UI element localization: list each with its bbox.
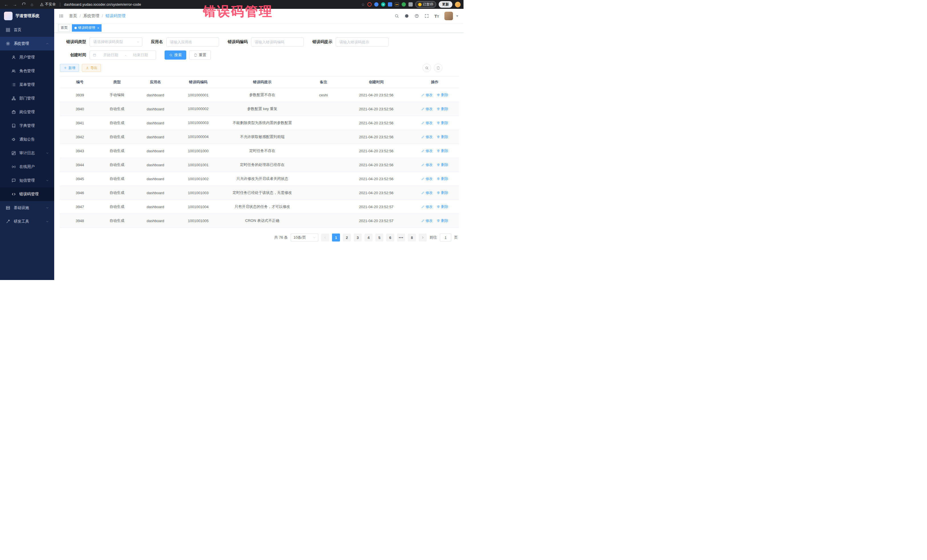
delete-link[interactable]: 删除 [437, 219, 448, 223]
edit-link[interactable]: 修改 [421, 219, 433, 223]
app-logo[interactable]: 芋道管理系统 [0, 9, 54, 23]
user-avatar[interactable] [444, 12, 453, 20]
page-content: 错误码类型 请选择错误码类型 应用名 错误码编码 错误码提示 [54, 33, 464, 280]
sidebar-item-menus[interactable]: 菜单管理 [0, 78, 54, 91]
edit-link[interactable]: 修改 [421, 162, 433, 167]
error-code-input[interactable] [251, 37, 304, 47]
page-button[interactable]: 1 [332, 234, 340, 241]
export-button[interactable]: 导出 [82, 64, 101, 72]
sidebar-item-system[interactable]: 系统管理 [0, 37, 54, 50]
page-size-select[interactable]: 10条/页 [291, 234, 318, 241]
edit-link[interactable]: 修改 [421, 107, 433, 111]
page-button[interactable]: 2 [343, 234, 351, 241]
edit-link[interactable]: 修改 [421, 93, 433, 97]
sidebar-item-dictionary[interactable]: 字典管理 [0, 119, 54, 133]
add-button[interactable]: 新增 [60, 64, 79, 72]
filter-form-row-1: 错误码类型 请选择错误码类型 应用名 错误码编码 错误码提示 [60, 37, 459, 47]
error-hint-input[interactable] [336, 37, 389, 47]
breadcrumb-system[interactable]: 系统管理 [83, 14, 99, 18]
sidebar-item-error-code[interactable]: 错误码管理 [0, 187, 54, 201]
forward-icon[interactable]: → [11, 1, 18, 8]
sidebar-menu: 首页 系统管理 用户管理 角色管理 菜单管理 [0, 23, 54, 280]
hamburger-icon[interactable] [58, 13, 64, 19]
edit-link[interactable]: 修改 [421, 121, 433, 126]
date-range-picker[interactable]: 开始日期 - 结束日期 [90, 50, 156, 59]
avatar-caret-icon[interactable] [456, 15, 458, 17]
edit-link[interactable]: 修改 [421, 176, 433, 181]
delete-link[interactable]: 删除 [437, 162, 448, 167]
sidebar-item-positions[interactable]: 岗位管理 [0, 105, 54, 119]
prev-page-button[interactable] [321, 234, 329, 241]
extension-icon-grid[interactable] [388, 2, 392, 6]
page-button[interactable]: 8 [408, 234, 416, 241]
edit-link[interactable]: 修改 [421, 135, 433, 140]
paused-badge[interactable]: 已暂停 [415, 1, 436, 8]
app-name-input[interactable] [166, 37, 219, 47]
fullscreen-icon[interactable] [424, 14, 429, 18]
site-security-chip[interactable]: 不安全 [40, 2, 56, 7]
page-button[interactable]: 4 [365, 234, 372, 241]
table-row: 3948 自动生成 dashboard 1001001005 CRON 表达式不… [60, 214, 459, 228]
active-tab-dot [74, 27, 77, 29]
edit-link[interactable]: 修改 [421, 190, 433, 195]
next-page-button[interactable] [419, 234, 427, 241]
tab-home[interactable]: 首页 [58, 24, 70, 32]
browser-avatar[interactable] [455, 2, 460, 8]
pencil-icon [421, 191, 425, 194]
sidebar-item-users[interactable]: 用户管理 [0, 50, 54, 64]
extension-icon-blue[interactable] [374, 2, 378, 6]
delete-link[interactable]: 删除 [437, 121, 448, 126]
breadcrumb: 首页 / 系统管理 / 错误码管理 [69, 14, 126, 18]
extension-icon-green[interactable] [401, 2, 406, 6]
github-icon[interactable] [404, 14, 409, 18]
reload-icon[interactable] [20, 1, 27, 8]
delete-link[interactable]: 删除 [437, 176, 448, 181]
delete-link[interactable]: 删除 [437, 135, 448, 140]
sidebar-item-sms[interactable]: 短信管理 [0, 174, 54, 187]
sidebar-item-infrastructure[interactable]: 基础设施 [0, 201, 54, 215]
goto-page-input[interactable] [440, 234, 451, 241]
delete-link[interactable]: 删除 [437, 190, 448, 195]
delete-link[interactable]: 删除 [437, 93, 448, 97]
bookmark-star-icon[interactable]: ☆ [361, 2, 365, 7]
online-signal-icon [11, 164, 16, 169]
search-icon[interactable] [395, 14, 399, 18]
back-icon[interactable]: ← [3, 1, 10, 8]
sidebar-item-home[interactable]: 首页 [0, 23, 54, 37]
page-button[interactable]: 3 [354, 234, 362, 241]
sidebar-item-announcements[interactable]: 通知公告 [0, 133, 54, 146]
reset-button[interactable]: 重置 [189, 50, 211, 59]
sidebar-item-dev-tools[interactable]: 研发工具 [0, 215, 54, 228]
edit-link[interactable]: 修改 [421, 149, 433, 153]
sidebar-item-roles[interactable]: 角色管理 [0, 64, 54, 78]
delete-link[interactable]: 删除 [437, 149, 448, 153]
page-button[interactable]: 6 [386, 234, 394, 241]
extension-icon-on[interactable]: on [395, 2, 399, 6]
close-tab-icon[interactable]: × [97, 26, 99, 30]
gear-icon [6, 41, 10, 46]
home-icon[interactable]: ⌂ [29, 1, 35, 8]
sidebar-item-online-users[interactable]: 在线用户 [0, 160, 54, 174]
help-icon[interactable] [415, 14, 419, 18]
system-submenu: 用户管理 角色管理 菜单管理 部门管理 岗位管理 [0, 50, 54, 201]
extensions-puzzle-icon[interactable] [409, 2, 413, 6]
error-type-select[interactable]: 请选择错误码类型 [90, 37, 142, 47]
url-text[interactable]: dashboard.yudao.iocoder.cn/system/error-… [64, 3, 141, 6]
delete-link[interactable]: 删除 [437, 107, 448, 111]
extension-icon-teal[interactable]: V [381, 2, 385, 6]
show-search-toggle-button[interactable] [422, 64, 431, 72]
more-pages-button[interactable]: ••• [397, 234, 405, 241]
font-size-icon[interactable]: TT [435, 14, 439, 18]
page-button[interactable]: 5 [375, 234, 383, 241]
browser-update-button[interactable]: 更新 [439, 1, 452, 8]
search-button[interactable]: 搜索 [164, 50, 186, 59]
tab-error-code[interactable]: 错误码管理 × [72, 24, 102, 32]
breadcrumb-home[interactable]: 首页 [69, 14, 77, 18]
chevron-down-icon [46, 206, 49, 209]
sidebar-item-audit-log[interactable]: 审计日志 [0, 146, 54, 160]
edit-link[interactable]: 修改 [421, 205, 433, 209]
extension-icon-red[interactable] [368, 2, 372, 6]
refresh-table-button[interactable] [434, 64, 442, 72]
sidebar-item-departments[interactable]: 部门管理 [0, 91, 54, 105]
delete-link[interactable]: 删除 [437, 205, 448, 209]
